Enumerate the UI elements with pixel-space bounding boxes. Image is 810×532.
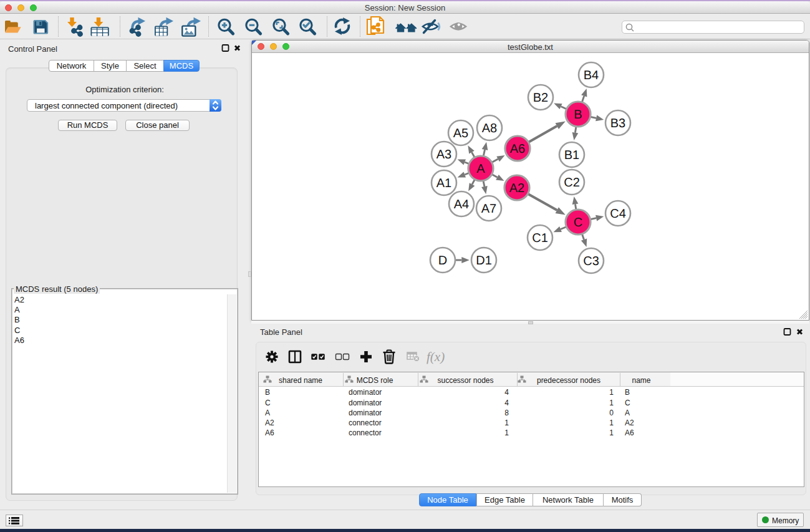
svg-text:f(x): f(x): [427, 349, 445, 364]
svg-text:A1: A1: [436, 177, 451, 190]
svg-text:B2: B2: [533, 91, 548, 105]
svg-text:A6: A6: [510, 142, 525, 156]
svg-text:A: A: [476, 162, 485, 176]
svg-text:C2: C2: [564, 176, 580, 190]
svg-text:B4: B4: [584, 69, 599, 82]
svg-text:A3: A3: [436, 148, 451, 162]
svg-text:A5: A5: [453, 127, 468, 140]
svg-text:A8: A8: [482, 122, 497, 135]
svg-text:C3: C3: [583, 254, 599, 268]
svg-text:D: D: [438, 254, 447, 268]
svg-text:C4: C4: [610, 207, 626, 221]
svg-text:A7: A7: [481, 202, 496, 216]
svg-text:C: C: [574, 216, 582, 230]
svg-text:B1: B1: [564, 148, 579, 162]
svg-text:A4: A4: [454, 198, 469, 211]
svg-text:B3: B3: [610, 117, 625, 130]
svg-text:B: B: [574, 108, 582, 122]
svg-text:C1: C1: [532, 231, 548, 245]
svg-text:D1: D1: [476, 254, 492, 268]
svg-text:A2: A2: [509, 181, 524, 195]
